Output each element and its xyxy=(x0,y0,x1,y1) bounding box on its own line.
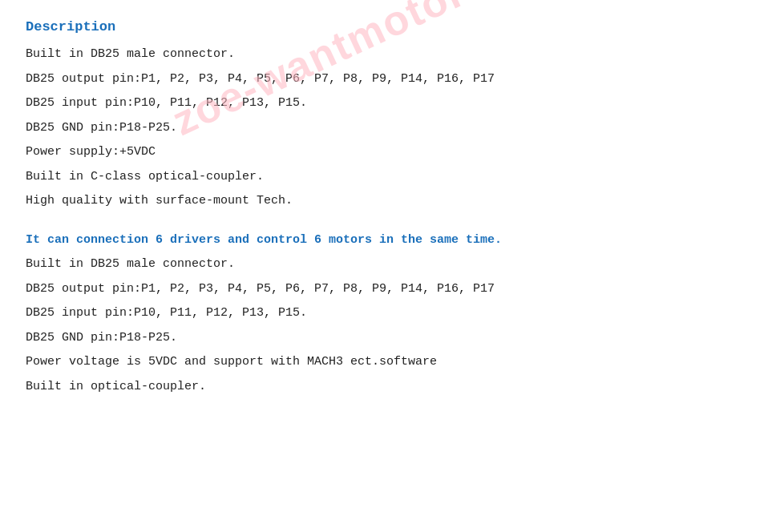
section1-line-2: DB25 input pin:P10, P11, P12, P13, P15. xyxy=(26,95,742,113)
section2-line-5: Built in optical-coupler. xyxy=(26,378,742,397)
section2-line-0: Built in DB25 male connector. xyxy=(26,256,742,274)
section1-line-4: Power supply:+5VDC xyxy=(26,143,742,162)
section1: Built in DB25 male connector. DB25 outpu… xyxy=(26,46,742,211)
description-heading: Description xyxy=(26,19,742,34)
section2: Built in DB25 male connector. DB25 outpu… xyxy=(26,256,742,396)
section1-line-5: Built in C-class optical-coupler. xyxy=(26,168,742,187)
highlight-line: It can connection 6 drivers and control … xyxy=(26,232,742,250)
spacer xyxy=(26,217,742,232)
section1-line-0: Built in DB25 male connector. xyxy=(26,46,742,64)
section1-line-1: DB25 output pin:P1, P2, P3, P4, P5, P6, … xyxy=(26,71,742,89)
section2-line-2: DB25 input pin:P10, P11, P12, P13, P15. xyxy=(26,304,742,323)
section1-line-3: DB25 GND pin:P18-P25. xyxy=(26,119,742,138)
section2-line-1: DB25 output pin:P1, P2, P3, P4, P5, P6, … xyxy=(26,280,742,299)
section2-line-4: Power voltage is 5VDC and support with M… xyxy=(26,353,742,372)
section1-line-6: High quality with surface-mount Tech. xyxy=(26,192,742,211)
section2-line-3: DB25 GND pin:P18-P25. xyxy=(26,329,742,348)
